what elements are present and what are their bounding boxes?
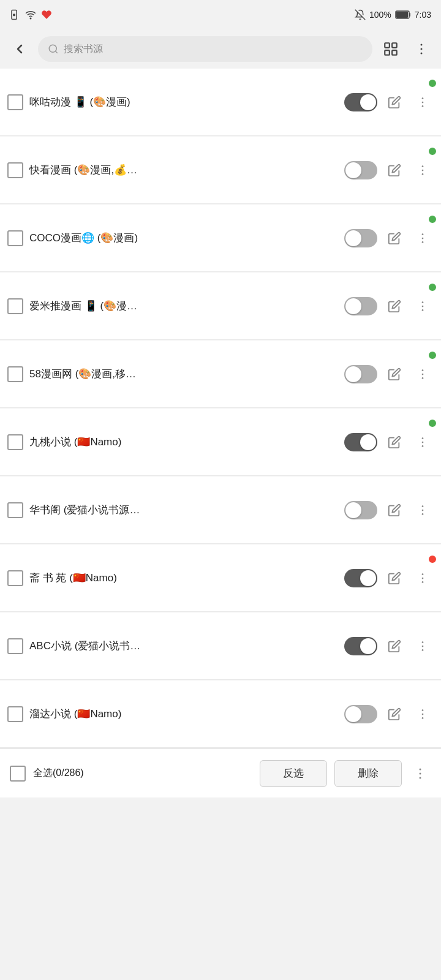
edit-source-button[interactable] <box>383 567 405 589</box>
source-name-label: 斋 书 苑 (🇨🇳Namo) <box>29 571 338 586</box>
sim-icon <box>10 9 21 20</box>
svg-point-2 <box>30 18 31 19</box>
search-box[interactable]: 搜索书源 <box>38 36 372 62</box>
edit-source-button[interactable] <box>383 91 405 113</box>
source-toggle[interactable] <box>344 637 377 655</box>
source-toggle[interactable] <box>344 229 377 247</box>
status-bar: 100% 7:03 <box>0 0 441 29</box>
battery-icon <box>395 10 411 19</box>
search-placeholder: 搜索书源 <box>64 43 103 56</box>
svg-point-42 <box>422 649 424 651</box>
source-more-button[interactable] <box>412 567 434 589</box>
svg-point-34 <box>422 505 424 507</box>
list-item: 斋 书 苑 (🇨🇳Namo) <box>0 545 441 612</box>
source-name-label: 华书阁 (爱猫小说书源… <box>29 503 338 518</box>
status-dot <box>429 420 436 427</box>
svg-point-31 <box>422 437 424 439</box>
item-checkbox[interactable] <box>7 162 23 178</box>
svg-point-19 <box>422 165 424 167</box>
item-checkbox[interactable] <box>7 366 23 382</box>
list-item: 咪咕动漫 📱 (🎨漫画) <box>0 69 441 136</box>
select-all-checkbox[interactable] <box>10 766 26 782</box>
svg-point-28 <box>422 369 424 371</box>
edit-source-button[interactable] <box>383 159 405 181</box>
status-dot <box>429 148 436 155</box>
source-more-button[interactable] <box>412 431 434 453</box>
source-toggle[interactable] <box>344 433 377 451</box>
source-toggle[interactable] <box>344 705 377 723</box>
list-item: ABC小说 (爱猫小说书… <box>0 612 441 680</box>
svg-point-32 <box>422 441 424 443</box>
svg-point-20 <box>422 169 424 171</box>
svg-point-7 <box>49 45 56 52</box>
list-item: 58漫画网 (🎨漫画,移… <box>0 341 441 408</box>
delete-button[interactable]: 删除 <box>334 760 402 787</box>
item-checkbox[interactable] <box>7 502 23 518</box>
svg-point-36 <box>422 513 424 515</box>
bell-muted-icon <box>355 9 366 20</box>
source-toggle[interactable] <box>344 569 377 587</box>
svg-point-41 <box>422 645 424 647</box>
svg-point-39 <box>422 581 424 583</box>
item-checkbox[interactable] <box>7 230 23 246</box>
svg-point-30 <box>422 377 424 379</box>
svg-point-26 <box>422 305 424 307</box>
svg-point-35 <box>422 509 424 511</box>
status-dot <box>429 80 436 87</box>
svg-rect-10 <box>392 43 397 48</box>
item-checkbox[interactable] <box>7 706 23 722</box>
svg-point-24 <box>422 241 424 243</box>
svg-point-15 <box>421 53 423 55</box>
status-dot <box>429 216 436 223</box>
item-checkbox[interactable] <box>7 298 23 314</box>
bottom-more-button[interactable] <box>409 763 431 785</box>
source-name-label: ABC小说 (爱猫小说书… <box>29 639 338 654</box>
source-more-button[interactable] <box>412 227 434 249</box>
source-toggle[interactable] <box>344 365 377 383</box>
edit-source-button[interactable] <box>383 703 405 725</box>
source-more-button[interactable] <box>412 159 434 181</box>
list-item: 快看漫画 (🎨漫画,💰… <box>0 137 441 204</box>
back-button[interactable] <box>7 37 32 61</box>
list-item: 华书阁 (爱猫小说书源… <box>0 477 441 544</box>
source-more-button[interactable] <box>412 91 434 113</box>
source-toggle[interactable] <box>344 501 377 519</box>
status-left-icons <box>10 9 53 20</box>
overflow-menu-button[interactable] <box>409 37 434 61</box>
svg-rect-1 <box>13 14 15 17</box>
svg-point-18 <box>422 105 424 107</box>
source-name-label: 爱米推漫画 📱 (🎨漫… <box>29 299 338 314</box>
source-name-label: 快看漫画 (🎨漫画,💰… <box>29 163 338 178</box>
svg-rect-5 <box>396 12 408 18</box>
invert-selection-button[interactable]: 反选 <box>260 760 327 787</box>
source-toggle[interactable] <box>344 161 377 179</box>
source-more-button[interactable] <box>412 499 434 521</box>
svg-line-8 <box>55 51 57 53</box>
edit-source-button[interactable] <box>383 363 405 385</box>
item-checkbox[interactable] <box>7 570 23 586</box>
source-more-button[interactable] <box>412 635 434 657</box>
grid-view-button[interactable] <box>379 37 403 61</box>
svg-point-13 <box>421 44 423 46</box>
source-toggle[interactable] <box>344 297 377 315</box>
source-more-button[interactable] <box>412 703 434 725</box>
svg-point-48 <box>420 777 421 778</box>
health-icon <box>40 9 53 20</box>
edit-source-button[interactable] <box>383 227 405 249</box>
item-checkbox[interactable] <box>7 94 23 110</box>
svg-rect-11 <box>385 50 390 55</box>
search-icon <box>48 43 59 55</box>
list-item: COCO漫画🌐 (🎨漫画) <box>0 205 441 272</box>
edit-source-button[interactable] <box>383 431 405 453</box>
svg-point-37 <box>422 573 424 575</box>
item-checkbox[interactable] <box>7 434 23 450</box>
source-toggle[interactable] <box>344 93 377 111</box>
edit-source-button[interactable] <box>383 295 405 317</box>
source-more-button[interactable] <box>412 295 434 317</box>
item-checkbox[interactable] <box>7 638 23 654</box>
source-more-button[interactable] <box>412 363 434 385</box>
top-bar: 搜索书源 <box>0 29 441 69</box>
edit-source-button[interactable] <box>383 635 405 657</box>
edit-source-button[interactable] <box>383 499 405 521</box>
svg-point-14 <box>421 48 423 50</box>
